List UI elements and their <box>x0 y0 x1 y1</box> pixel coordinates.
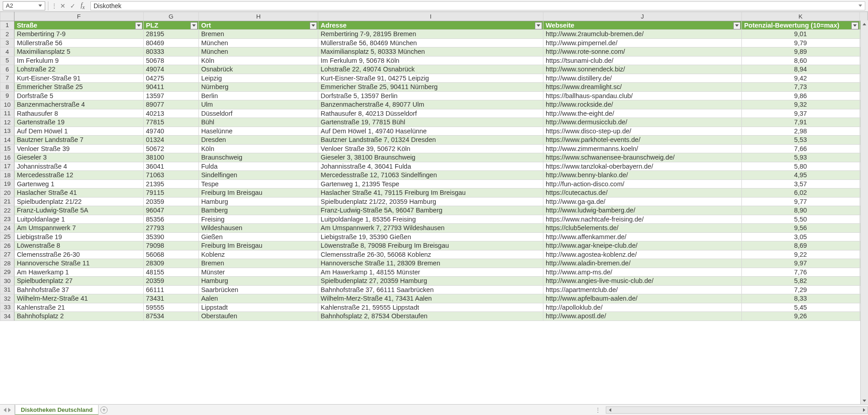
vertical-scrollbar[interactable] <box>860 20 868 404</box>
cell-webseite[interactable]: http://www.benny-blanko.de/ <box>543 171 741 180</box>
cell-ort[interactable]: Münster <box>198 268 318 277</box>
column-header-extra[interactable] <box>859 12 868 21</box>
filter-dropdown-icon[interactable] <box>535 22 542 29</box>
cell-plz[interactable]: 40213 <box>143 109 198 118</box>
row-header-8[interactable]: 8 <box>0 83 14 92</box>
cell-plz[interactable]: 35390 <box>143 232 198 241</box>
column-header-F[interactable]: F <box>14 12 144 21</box>
cell-plz[interactable]: 56068 <box>143 250 198 259</box>
cell-ort[interactable]: Bremen <box>198 30 318 39</box>
cell-plz[interactable]: 04275 <box>143 74 198 83</box>
row-header-18[interactable]: 18 <box>0 171 14 180</box>
cell-ort[interactable]: Hamburg <box>198 197 318 206</box>
cell-adresse[interactable]: Johannisstraße 4, 36041 Fulda <box>318 162 543 171</box>
cell-adresse[interactable]: Clemensstraße 26-30, 56068 Koblenz <box>318 250 543 259</box>
cell-ort[interactable]: München <box>198 38 318 47</box>
cell-strasse[interactable]: Mercedesstraße 12 <box>14 171 144 180</box>
cell-ort[interactable]: Leipzig <box>198 74 318 83</box>
cell-ort[interactable]: Fulda <box>198 162 318 171</box>
cell-webseite[interactable]: https://cutecactus.de/ <box>543 189 741 198</box>
cell-strasse[interactable]: Rembertiring 7-9 <box>14 30 144 39</box>
cell-ort[interactable]: Koblenz <box>198 250 318 259</box>
vertical-scroll-track[interactable] <box>861 28 868 397</box>
cell-adresse[interactable]: Bautzner Landstraße 7, 01324 Dresden <box>318 136 543 145</box>
row-header-12[interactable]: 12 <box>0 118 14 127</box>
row-header-19[interactable]: 19 <box>0 179 14 189</box>
add-sheet-button[interactable]: + <box>99 405 109 415</box>
row-header-20[interactable]: 20 <box>0 189 14 198</box>
cell-plz[interactable]: 28309 <box>143 259 198 268</box>
row-header-17[interactable]: 17 <box>0 162 14 171</box>
cell-potenzial[interactable]: 5,53 <box>741 136 859 145</box>
row-header-24[interactable]: 24 <box>0 224 14 233</box>
cell-adresse[interactable]: Gartenweg 1, 21395 Tespe <box>318 179 543 189</box>
cell-strasse[interactable]: Banzenmacherstraße 4 <box>14 100 144 109</box>
cell-ort[interactable]: Köln <box>198 144 318 153</box>
cell-strasse[interactable]: Kurt-Eisner-Straße 91 <box>14 74 144 83</box>
cell-webseite[interactable]: http://www.ludwig-bamberg.de/ <box>543 206 741 215</box>
cell-potenzial[interactable]: 4,95 <box>741 171 859 180</box>
cell-webseite[interactable]: https://www.nachtcafe-freising.de/ <box>543 215 741 224</box>
cell-webseite[interactable]: https://ballhaus-spandau.club/ <box>543 91 741 100</box>
table-header-I[interactable]: Adresse <box>318 21 543 30</box>
cell-plz[interactable]: 80333 <box>143 47 198 57</box>
cell-adresse[interactable]: Am Umspannwerk 7, 27793 Wildeshausen <box>318 224 543 233</box>
cell-strasse[interactable]: Gartenstraße 19 <box>14 118 144 127</box>
scroll-left-icon[interactable] <box>606 407 613 413</box>
cell-plz[interactable]: 13597 <box>143 91 198 100</box>
row-header-1[interactable]: 1 <box>0 21 14 30</box>
cell-ort[interactable]: Aalen <box>198 294 318 303</box>
cell-plz[interactable]: 27793 <box>143 224 198 233</box>
cell-strasse[interactable]: Bahnhofsplatz 2 <box>14 312 144 321</box>
cell-strasse[interactable]: Spielbudenplatz 21/22 <box>14 197 144 206</box>
cell-webseite[interactable]: https://club5elements.de/ <box>543 224 741 233</box>
cell-webseite[interactable]: http://www.agar-kneipe-club.de/ <box>543 241 741 250</box>
cell-webseite[interactable]: http://www.distillery.de/ <box>543 74 741 83</box>
cell-plz[interactable]: 89077 <box>143 100 198 109</box>
row-header-3[interactable]: 3 <box>0 38 14 47</box>
cell-plz[interactable]: 59555 <box>143 303 198 312</box>
cell-potenzial[interactable]: 9,86 <box>741 91 859 100</box>
cell-strasse[interactable]: Wilhelm-Merz-Straße 41 <box>14 294 144 303</box>
cell-potenzial[interactable]: 9,22 <box>741 250 859 259</box>
row-header-32[interactable]: 32 <box>0 294 14 303</box>
cell-plz[interactable]: 73431 <box>143 294 198 303</box>
cell-ort[interactable]: Haselünne <box>198 127 318 136</box>
table-header-G[interactable]: PLZ <box>143 21 198 30</box>
table-header-F[interactable]: Straße <box>14 21 144 30</box>
column-header-J[interactable]: J <box>543 12 741 21</box>
cell-ort[interactable]: Berlin <box>198 91 318 100</box>
row-header-28[interactable]: 28 <box>0 259 14 268</box>
table-header-K[interactable]: Potenzial-Bewertung (10=max) <box>741 21 859 30</box>
cell-webseite[interactable]: http://www.agostea-koblenz.de/ <box>543 250 741 259</box>
cell-strasse[interactable]: Kahlenstraße 21 <box>14 303 144 312</box>
cell-adresse[interactable]: Löwenstraße 8, 79098 Freiburg Im Breisga… <box>318 241 543 250</box>
next-sheet-icon[interactable] <box>8 408 11 412</box>
cell-webseite[interactable]: https://apartmentclub.de/ <box>543 285 741 294</box>
cell-adresse[interactable]: Spielbudenplatz 21/22, 20359 Hamburg <box>318 197 543 206</box>
cell-adresse[interactable]: Gieseler 3, 38100 Braunschweig <box>318 153 543 162</box>
cell-webseite[interactable]: http://www.2raumclub-bremen.de/ <box>543 30 741 39</box>
cell-strasse[interactable]: Luitpoldanlage 1 <box>14 215 144 224</box>
sheet-tab-active[interactable]: Diskotheken Deutschland <box>15 405 99 415</box>
cell-strasse[interactable]: Müllerstraße 56 <box>14 38 144 47</box>
cell-strasse[interactable]: Im Ferkulum 9 <box>14 56 144 65</box>
cell-webseite[interactable]: http://www.apostl.de/ <box>543 312 741 321</box>
cell-adresse[interactable]: Emmericher Straße 25, 90411 Nürnberg <box>318 83 543 92</box>
cell-plz[interactable]: 28195 <box>143 30 198 39</box>
cell-webseite[interactable]: http://www.rockside.de/ <box>543 100 741 109</box>
cell-ort[interactable]: Freiburg Im Breisgau <box>198 241 318 250</box>
cell-strasse[interactable]: Venloer Straße 39 <box>14 144 144 153</box>
table-header-J[interactable]: Webseite <box>543 21 741 30</box>
cell-potenzial[interactable]: 9,26 <box>741 312 859 321</box>
cell-strasse[interactable]: Auf Dem Höwel 1 <box>14 127 144 136</box>
cell-webseite[interactable]: https://www.schwanensee-braunschweig.de/ <box>543 153 741 162</box>
cell-potenzial[interactable]: 7,91 <box>741 118 859 127</box>
cell-adresse[interactable]: Spielbudenplatz 27, 20359 Hamburg <box>318 277 543 286</box>
row-header-15[interactable]: 15 <box>0 144 14 153</box>
cell-strasse[interactable]: Bahnhofstraße 37 <box>14 285 144 294</box>
cell-potenzial[interactable]: 9,77 <box>741 197 859 206</box>
cell-plz[interactable]: 80469 <box>143 38 198 47</box>
cell-strasse[interactable]: Gieseler 3 <box>14 153 144 162</box>
cell-ort[interactable]: Gießen <box>198 232 318 241</box>
